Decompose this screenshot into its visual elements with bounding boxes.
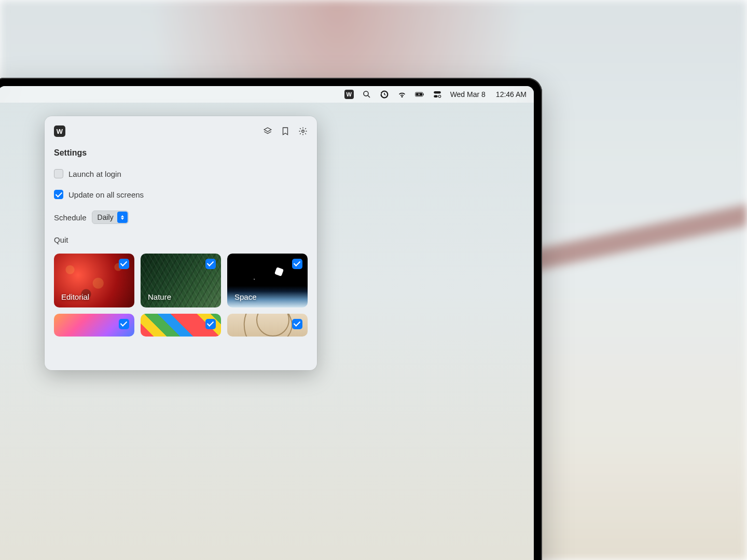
- schedule-row: Schedule Daily: [54, 211, 308, 224]
- menubar-date[interactable]: Wed Mar 8: [450, 90, 486, 99]
- svg-point-9: [302, 130, 305, 133]
- category-card-check-icon: [292, 319, 302, 329]
- update-all-row: Update on all screens: [54, 190, 308, 199]
- quit-button[interactable]: Quit: [54, 235, 308, 244]
- category-card-check-icon: [205, 319, 216, 329]
- category-grid: EditorialNatureSpace: [54, 254, 308, 337]
- update-all-checkbox[interactable]: [54, 190, 63, 199]
- popover-header: W: [54, 125, 308, 137]
- category-card-5[interactable]: [227, 314, 308, 337]
- svg-rect-7: [434, 95, 438, 98]
- category-card-label: Editorial: [61, 292, 89, 301]
- chevron-updown-icon: [117, 212, 128, 223]
- category-card-check-icon: [205, 259, 216, 269]
- bookmark-icon[interactable]: [281, 127, 290, 136]
- settings-popover: W Settings Launch at login: [45, 116, 317, 370]
- svg-line-1: [368, 95, 370, 97]
- menubar: W Wed Mar 8 12:46 AM: [0, 86, 534, 103]
- control-center-icon[interactable]: [433, 90, 442, 99]
- battery-icon[interactable]: [415, 90, 424, 99]
- wifi-icon[interactable]: [397, 90, 407, 99]
- menubar-time[interactable]: 12:46 AM: [496, 90, 527, 99]
- category-card-editorial[interactable]: Editorial: [54, 254, 134, 307]
- category-card-label: Nature: [148, 292, 171, 301]
- category-card-check-icon: [292, 259, 302, 269]
- category-card-space[interactable]: Space: [227, 254, 308, 307]
- screen: W Wed Mar 8 12:46 AM W: [0, 86, 534, 560]
- category-card-check-icon: [119, 319, 129, 329]
- svg-point-8: [438, 95, 441, 98]
- svg-rect-6: [434, 91, 441, 94]
- launch-at-login-row: Launch at login: [54, 169, 308, 178]
- gear-icon[interactable]: [298, 127, 308, 136]
- timemachine-icon[interactable]: [380, 90, 389, 99]
- update-all-label: Update on all screens: [68, 190, 144, 199]
- launch-at-login-checkbox[interactable]: [54, 169, 63, 178]
- settings-title: Settings: [54, 148, 308, 158]
- layers-icon[interactable]: [263, 127, 272, 136]
- svg-rect-4: [423, 93, 423, 95]
- launch-at-login-label: Launch at login: [68, 170, 121, 178]
- popover-app-icon: W: [54, 125, 65, 137]
- category-card-check-icon: [119, 259, 129, 269]
- search-icon[interactable]: [362, 90, 371, 99]
- category-card-4[interactable]: [141, 314, 221, 337]
- category-card-nature[interactable]: Nature: [141, 254, 221, 307]
- svg-point-0: [364, 91, 368, 96]
- category-card-3[interactable]: [54, 314, 134, 337]
- schedule-label: Schedule: [54, 213, 87, 222]
- monitor-bezel: W Wed Mar 8 12:46 AM W: [0, 78, 542, 560]
- category-card-label: Space: [234, 292, 257, 301]
- menubar-app-icon[interactable]: W: [344, 90, 354, 99]
